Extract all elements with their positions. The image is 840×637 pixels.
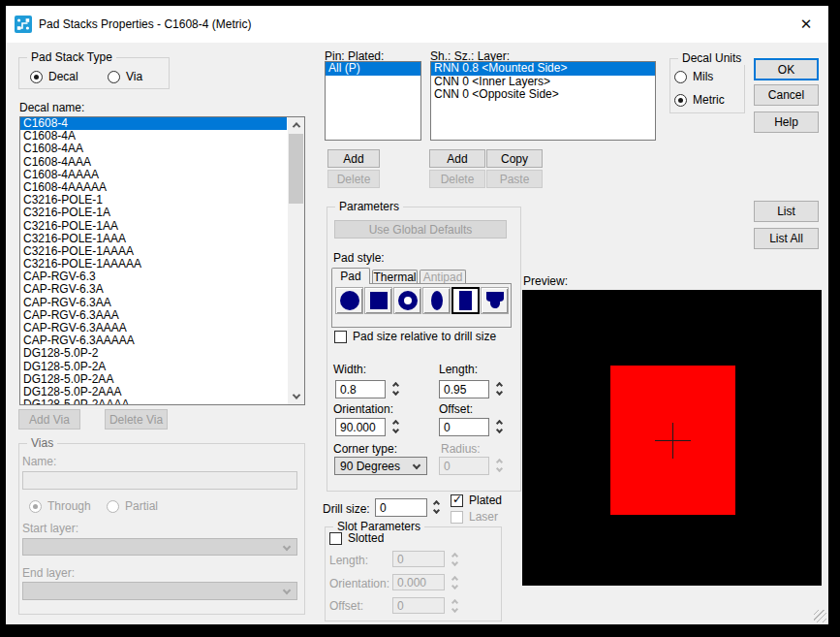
scroll-down-icon[interactable] <box>288 389 304 404</box>
square-pad-icon <box>370 292 388 309</box>
pad-style-label: Pad style: <box>333 251 385 265</box>
pad-shape-rectangle-button[interactable] <box>451 287 480 314</box>
mils-radio[interactable]: Mils <box>674 70 713 83</box>
plated-checkbox[interactable]: Plated <box>451 494 502 507</box>
pad-stacks-properties-dialog: Pad Stacks Properties - C1608-4 (Metric)… <box>6 6 828 624</box>
cancel-button[interactable]: Cancel <box>754 84 819 106</box>
start-layer-label: Start layer: <box>22 522 78 535</box>
radio-dot-icon <box>108 71 120 83</box>
metric-radio-label: Metric <box>693 93 725 107</box>
list-all-button[interactable]: List All <box>754 228 819 249</box>
offset-spinner[interactable] <box>493 418 505 435</box>
pad-shape-oval-button[interactable] <box>422 287 451 314</box>
decal-radio[interactable]: Decal <box>30 70 78 83</box>
radio-dot-icon <box>29 500 42 513</box>
orientation-label: Orientation: <box>333 402 393 416</box>
offset-field[interactable]: 0 <box>439 418 489 436</box>
pin-add-button[interactable]: Add <box>327 149 380 168</box>
drill-size-field[interactable]: 0 <box>375 498 427 517</box>
parameters-label: Parameters <box>335 200 403 213</box>
slot-length-field: 0 <box>392 551 445 567</box>
pad-shape-square-button[interactable] <box>364 287 392 314</box>
pad-shape-odd-button[interactable] <box>481 287 509 314</box>
list-item[interactable]: CAP-RGV-6.3A <box>20 283 287 296</box>
list-item[interactable]: DG128-5.0P-2 <box>20 347 287 360</box>
list-item[interactable]: RNN 0.8 <Mounted Side> <box>431 62 655 76</box>
drill-size-label: Drill size: <box>323 502 370 516</box>
decal-list-scrollbar[interactable] <box>288 117 304 404</box>
pin-delete-button[interactable]: Delete <box>327 170 380 188</box>
list-item[interactable]: DG128-5.0P-2AA <box>20 373 287 386</box>
layer-add-button[interactable]: Add <box>429 149 485 168</box>
list-item[interactable]: C1608-4AAAA <box>20 169 287 181</box>
rectangle-pad-icon <box>459 291 472 310</box>
slot-orientation-label: Orientation: <box>329 577 389 590</box>
orientation-spinner[interactable] <box>389 418 401 435</box>
list-item[interactable]: DG128-5.0P-2A <box>20 361 287 373</box>
slotted-label: Slotted <box>348 531 384 545</box>
list-item[interactable]: C3216-POLE-1A <box>20 207 287 219</box>
layer-copy-button[interactable]: Copy <box>486 149 543 168</box>
laser-label: Laser <box>469 510 498 524</box>
checkbox-icon <box>334 331 347 343</box>
width-field[interactable]: 0.8 <box>335 380 386 398</box>
pad-shape-circle-button[interactable] <box>335 287 363 314</box>
corner-type-dropdown[interactable]: 90 Degrees <box>334 457 427 475</box>
corner-type-label: Corner type: <box>333 442 397 456</box>
pin-list[interactable]: All (P) <box>325 61 421 141</box>
scrollbar-thumb[interactable] <box>289 134 303 204</box>
checkbox-checked-icon <box>451 494 463 507</box>
ok-button[interactable]: OK <box>754 58 819 80</box>
title-bar: Pad Stacks Properties - C1608-4 (Metric)… <box>6 6 828 43</box>
list-item[interactable]: DG128-5.0P-2AAAA <box>20 398 287 405</box>
pad-size-relative-checkbox[interactable]: Pad size relative to drill size <box>334 330 496 343</box>
delete-via-button[interactable]: Delete Via <box>105 409 168 430</box>
layer-list[interactable]: RNN 0.8 <Mounted Side>CNN 0 <Inner Layer… <box>430 61 656 141</box>
chevron-down-icon <box>283 587 291 594</box>
width-spinner[interactable] <box>389 380 401 398</box>
list-item[interactable]: C1608-4AA <box>20 143 287 155</box>
list-item[interactable]: CNN 0 <Inner Layers> <box>431 76 655 89</box>
list-item[interactable]: C1608-4AAA <box>20 156 287 169</box>
end-layer-dropdown <box>22 582 297 600</box>
length-spinner[interactable] <box>493 380 505 398</box>
via-radio-label: Via <box>126 70 142 83</box>
orientation-field[interactable]: 90.000 <box>335 418 386 436</box>
list-item[interactable]: CAP-RGV-6.3AA <box>20 297 287 309</box>
scroll-up-icon[interactable] <box>288 117 304 133</box>
list-item[interactable]: All (P) <box>326 62 420 76</box>
start-layer-dropdown <box>22 538 297 556</box>
through-radio: Through <box>29 499 91 513</box>
decal-units-label: Decal Units <box>678 51 745 65</box>
list-item[interactable]: C3216-POLE-1AAA <box>20 233 287 245</box>
add-via-button[interactable]: Add Via <box>18 409 80 430</box>
tab-pad[interactable]: Pad <box>331 268 370 284</box>
resize-grip[interactable] <box>814 610 826 622</box>
list-item[interactable]: CNN 0 <Opposite Side> <box>431 88 655 102</box>
drill-size-spinner[interactable] <box>430 498 442 516</box>
radio-dot-icon <box>107 500 119 513</box>
vias-group-label: Vias <box>27 436 57 450</box>
help-button[interactable]: Help <box>754 111 819 133</box>
close-icon[interactable]: ✕ <box>792 12 821 37</box>
length-field[interactable]: 0.95 <box>439 380 489 398</box>
via-radio[interactable]: Via <box>108 70 142 83</box>
tab-antipad[interactable]: Antipad <box>420 270 466 284</box>
slot-offset-spinner <box>449 597 460 615</box>
slot-orientation-field: 0.000 <box>392 574 445 590</box>
oval-pad-icon <box>431 291 443 310</box>
app-icon <box>15 16 32 33</box>
decal-name-list[interactable]: C1608-4C1608-4AC1608-4AAC1608-4AAAC1608-… <box>19 116 305 405</box>
partial-radio-label: Partial <box>125 499 158 513</box>
slotted-checkbox[interactable]: Slotted <box>329 531 384 545</box>
use-global-defaults-button[interactable]: Use Global Defaults <box>334 220 507 239</box>
metric-radio[interactable]: Metric <box>674 93 725 107</box>
layer-delete-button[interactable]: Delete <box>429 170 485 188</box>
pad-shape-donut-button[interactable] <box>393 287 421 314</box>
circle-pad-icon <box>340 291 359 310</box>
layer-paste-button[interactable]: Paste <box>486 170 543 188</box>
list-button[interactable]: List <box>754 201 819 222</box>
tab-thermal[interactable]: Thermal <box>372 270 418 284</box>
list-item[interactable]: C3216-POLE-1AA <box>20 220 287 233</box>
slot-offset-label: Offset: <box>329 599 363 613</box>
